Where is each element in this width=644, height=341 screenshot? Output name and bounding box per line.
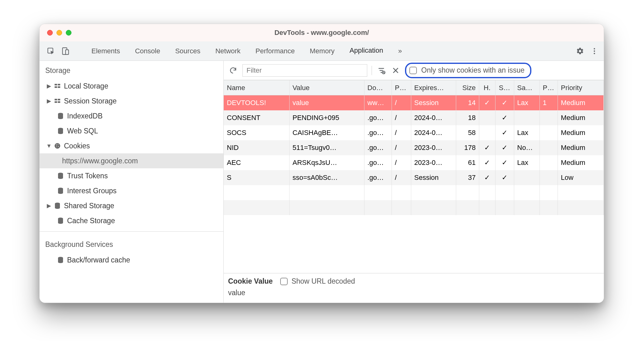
table-header-row[interactable]: Name Value Do… P… Expires… Size H. S… Sa… [224, 80, 604, 95]
sidebar-item-label: Cache Storage [65, 217, 115, 225]
cell-secure: ✓ [495, 140, 514, 155]
window-title: DevTools - www.google.com/ [40, 29, 604, 37]
cell-samesite: Lax [514, 95, 539, 110]
th-secure[interactable]: S… [495, 80, 514, 95]
sidebar-item-shared-storage[interactable]: ▶ Shared Storage [40, 198, 223, 213]
only-issues-checkbox-group[interactable]: Only show cookies with an issue [405, 63, 531, 78]
cell-value: CAISHAgBE… [289, 125, 364, 140]
cell-http [479, 110, 495, 125]
th-value[interactable]: Value [289, 80, 364, 95]
sidebar-item-cookies[interactable]: ▼ Cookies [40, 138, 223, 153]
sidebar-cookie-origin[interactable]: https://www.google.com [40, 153, 223, 168]
cell-partition: 1 [539, 95, 558, 110]
th-priority[interactable]: Priority [558, 80, 604, 95]
show-decoded-label: Show URL decoded [291, 277, 355, 286]
clear-filter-icon[interactable] [376, 65, 386, 75]
cell-secure: ✓ [495, 110, 514, 125]
main-toolbar: Elements Console Sources Network Perform… [40, 41, 604, 61]
sidebar-item-interest-groups[interactable]: Interest Groups [40, 183, 223, 198]
sidebar-item-label: Web SQL [65, 127, 98, 135]
cell-domain: .go… [364, 125, 392, 140]
table-row[interactable]: DEVTOOLS!valueww…/Session14✓✓Lax1Medium [224, 95, 604, 110]
tab-application[interactable]: Application [342, 42, 391, 60]
settings-icon[interactable] [574, 46, 586, 57]
cell-expires: 2023-0… [411, 155, 456, 170]
table-row[interactable]: SOCSCAISHAgBE….go…/2024-0…58✓LaxMedium [224, 125, 604, 140]
svg-rect-2 [66, 50, 69, 54]
sidebar-item-bfcache[interactable]: Back/forward cache [40, 252, 223, 267]
filter-input[interactable] [242, 64, 367, 77]
cell-samesite [514, 170, 539, 185]
cell-size: 37 [456, 170, 479, 185]
database-icon [56, 127, 65, 135]
only-issues-checkbox[interactable] [409, 67, 417, 74]
cell-size: 61 [456, 155, 479, 170]
sidebar-item-session-storage[interactable]: ▶ Session Storage [40, 94, 223, 108]
sidebar-item-label: Trust Tokens [65, 172, 108, 180]
cell-http: ✓ [479, 170, 495, 185]
tab-performance[interactable]: Performance [248, 42, 302, 60]
table-row[interactable]: AECARSKqsJsU….go…/2023-0…61✓✓LaxMedium [224, 155, 604, 170]
table-row[interactable]: CONSENTPENDING+095.go…/2024-0…18✓Medium [224, 110, 604, 125]
svg-point-20 [56, 146, 57, 147]
svg-rect-9 [58, 86, 60, 88]
sidebar-item-trust-tokens[interactable]: Trust Tokens [40, 168, 223, 183]
cell-priority: Medium [558, 95, 604, 110]
cell-value: sso=sA0bSc… [289, 170, 364, 185]
svg-line-35 [383, 72, 384, 73]
caret-down-icon: ▼ [45, 143, 53, 149]
cell-name: DEVTOOLS! [224, 95, 289, 110]
clear-all-icon[interactable] [391, 65, 401, 75]
sidebar-item-local-storage[interactable]: ▶ Local Storage [40, 79, 223, 94]
sidebar-item-label: Shared Storage [62, 202, 114, 210]
caret-right-icon: ▶ [45, 98, 53, 104]
titlebar: DevTools - www.google.com/ [40, 24, 604, 41]
th-partition[interactable]: P… [539, 80, 558, 95]
inspect-element-icon[interactable] [45, 46, 56, 57]
cookie-value-label: Cookie Value [228, 277, 273, 286]
table-row[interactable]: Ssso=sA0bSc….go…/Session37✓✓Low [224, 170, 604, 185]
cookies-table[interactable]: Name Value Do… P… Expires… Size H. S… Sa… [224, 80, 604, 273]
th-size[interactable]: Size [456, 80, 479, 95]
th-name[interactable]: Name [224, 80, 289, 95]
show-decoded-checkbox[interactable] [280, 278, 288, 285]
tab-sources[interactable]: Sources [168, 42, 208, 60]
kebab-menu-icon[interactable] [589, 46, 600, 57]
svg-point-5 [594, 53, 595, 54]
cell-priority: Medium [558, 110, 604, 125]
cell-path: / [392, 140, 411, 155]
th-samesite[interactable]: Sa… [514, 80, 539, 95]
svg-rect-12 [55, 101, 57, 103]
sidebar-item-indexeddb[interactable]: IndexedDB [40, 108, 223, 123]
th-path[interactable]: P… [392, 80, 411, 95]
tab-network[interactable]: Network [208, 42, 248, 60]
svg-rect-6 [55, 84, 57, 85]
cell-http: ✓ [479, 95, 495, 110]
table-row[interactable]: NID511=Tsugv0….go…/2023-0…178✓✓No…Medium [224, 140, 604, 155]
tabs-overflow[interactable]: » [391, 42, 409, 60]
cell-path: / [392, 95, 411, 110]
th-httponly[interactable]: H. [479, 80, 495, 95]
database-icon [56, 187, 65, 195]
th-domain[interactable]: Do… [364, 80, 392, 95]
cookies-panel: Only show cookies with an issue Name [224, 61, 604, 303]
tab-console[interactable]: Console [128, 42, 168, 60]
cell-priority: Medium [558, 140, 604, 155]
sidebar-item-label: Session Storage [62, 97, 117, 105]
tab-elements[interactable]: Elements [84, 42, 128, 60]
sidebar-item-label: Back/forward cache [65, 256, 130, 264]
sidebar-section-background: Background Services [40, 235, 223, 252]
tab-memory[interactable]: Memory [302, 42, 342, 60]
cell-expires: Session [411, 170, 456, 185]
th-expires[interactable]: Expires… [411, 80, 456, 95]
svg-rect-8 [55, 86, 57, 88]
svg-rect-13 [58, 101, 60, 103]
refresh-icon[interactable] [228, 65, 238, 75]
device-toolbar-icon[interactable] [60, 46, 71, 57]
sidebar-item-cache-storage[interactable]: Cache Storage [40, 213, 223, 228]
svg-rect-10 [55, 99, 57, 100]
sidebar-item-websql[interactable]: Web SQL [40, 123, 223, 138]
svg-point-19 [58, 146, 59, 147]
cell-samesite: No… [514, 140, 539, 155]
svg-point-17 [56, 145, 57, 146]
